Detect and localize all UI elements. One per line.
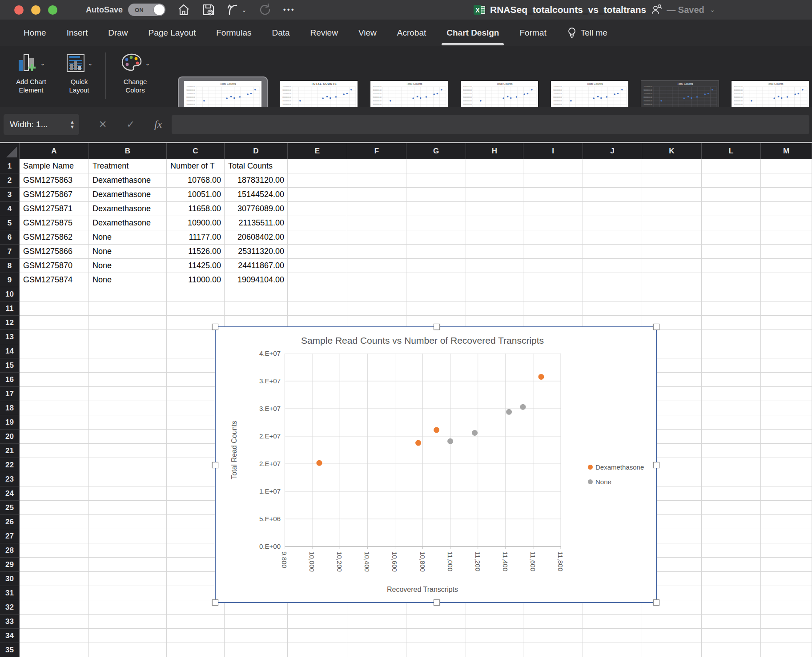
tab-review[interactable]: Review	[300, 20, 348, 46]
row-header-2[interactable]: 2	[0, 173, 20, 188]
cell-F1[interactable]	[347, 159, 406, 173]
row-header-14[interactable]: 14	[0, 344, 20, 358]
cell-E9[interactable]	[288, 273, 347, 287]
save-icon[interactable]	[202, 3, 215, 16]
cell-H4[interactable]	[466, 202, 523, 216]
stepper-up-icon[interactable]: ▲	[70, 120, 75, 125]
chart-resize-handle[interactable]	[653, 599, 659, 606]
cell-C3[interactable]: 10051.00	[167, 188, 225, 202]
cell-E3[interactable]	[288, 188, 347, 202]
cell-A31[interactable]	[20, 586, 89, 600]
cell-L32[interactable]	[702, 600, 761, 615]
chart-resize-handle[interactable]	[212, 324, 218, 330]
cell-H33[interactable]	[466, 615, 523, 629]
cell-A21[interactable]	[20, 444, 89, 458]
cell-A8[interactable]: GSM1275870	[20, 259, 89, 273]
cell-M26[interactable]	[761, 515, 812, 529]
cell-A5[interactable]: GSM1275875	[20, 216, 89, 230]
row-header-35[interactable]: 35	[0, 643, 20, 657]
cell-B24[interactable]	[89, 486, 167, 501]
cell-M2[interactable]	[761, 173, 812, 188]
chart-resize-handle[interactable]	[653, 324, 659, 330]
cell-L15[interactable]	[702, 358, 761, 373]
column-header-G[interactable]: G	[406, 143, 466, 159]
cell-J3[interactable]	[583, 188, 642, 202]
cell-J35[interactable]	[583, 643, 642, 657]
cell-G2[interactable]	[406, 173, 466, 188]
row-header-21[interactable]: 21	[0, 444, 20, 458]
minimize-window-button[interactable]	[31, 5, 40, 15]
row-header-3[interactable]: 3	[0, 188, 20, 202]
cell-M4[interactable]	[761, 202, 812, 216]
row-header-4[interactable]: 4	[0, 202, 20, 216]
cell-J33[interactable]	[583, 615, 642, 629]
cell-C4[interactable]: 11658.00	[167, 202, 225, 216]
home-icon[interactable]	[177, 3, 190, 16]
cell-A14[interactable]	[20, 344, 89, 358]
cell-I4[interactable]	[523, 202, 583, 216]
cell-M33[interactable]	[761, 615, 812, 629]
cell-G9[interactable]	[406, 273, 466, 287]
cell-G10[interactable]	[406, 287, 466, 301]
cell-H9[interactable]	[466, 273, 523, 287]
tab-draw[interactable]: Draw	[98, 20, 138, 46]
cell-M16[interactable]	[761, 373, 812, 387]
column-header-F[interactable]: F	[347, 143, 406, 159]
cell-B23[interactable]	[89, 472, 167, 486]
cell-J1[interactable]	[583, 159, 642, 173]
cell-M19[interactable]	[761, 415, 812, 430]
cell-A20[interactable]	[20, 430, 89, 444]
tab-data[interactable]: Data	[261, 20, 300, 46]
cell-B13[interactable]	[89, 330, 167, 344]
cell-I10[interactable]	[523, 287, 583, 301]
legend-item-dexamethasone[interactable]: Dexamethasone	[588, 463, 644, 471]
cell-I6[interactable]	[523, 230, 583, 245]
cell-M27[interactable]	[761, 529, 812, 543]
row-header-30[interactable]: 30	[0, 572, 20, 586]
cell-F4[interactable]	[347, 202, 406, 216]
cell-M24[interactable]	[761, 486, 812, 501]
chart-resize-handle[interactable]	[212, 462, 218, 468]
tab-page-layout[interactable]: Page Layout	[138, 20, 206, 46]
cell-D8[interactable]: 24411867.00	[225, 259, 288, 273]
cell-M9[interactable]	[761, 273, 812, 287]
cell-K3[interactable]	[642, 188, 702, 202]
cell-F3[interactable]	[347, 188, 406, 202]
cell-L35[interactable]	[702, 643, 761, 657]
cell-M3[interactable]	[761, 188, 812, 202]
cell-B18[interactable]	[89, 401, 167, 415]
cell-H3[interactable]	[466, 188, 523, 202]
cell-B1[interactable]: Treatment	[89, 159, 167, 173]
cell-G1[interactable]	[406, 159, 466, 173]
cell-I9[interactable]	[523, 273, 583, 287]
row-header-8[interactable]: 8	[0, 259, 20, 273]
row-header-19[interactable]: 19	[0, 415, 20, 430]
cell-L31[interactable]	[702, 586, 761, 600]
cell-G5[interactable]	[406, 216, 466, 230]
quick-layout-button[interactable]: ⌄ QuickLayout	[56, 51, 102, 94]
cell-B3[interactable]: Dexamethasone	[89, 188, 167, 202]
cell-J7[interactable]	[583, 245, 642, 259]
cell-A12[interactable]	[20, 316, 89, 330]
cell-B8[interactable]: None	[89, 259, 167, 273]
insert-function-icon[interactable]: fx	[154, 118, 162, 130]
cell-A16[interactable]	[20, 373, 89, 387]
select-all-corner[interactable]	[0, 143, 20, 159]
cell-E8[interactable]	[288, 259, 347, 273]
cell-D2[interactable]: 18783120.00	[225, 173, 288, 188]
cell-I3[interactable]	[523, 188, 583, 202]
cell-B12[interactable]	[89, 316, 167, 330]
cell-M34[interactable]	[761, 629, 812, 643]
fullscreen-window-button[interactable]	[48, 5, 57, 15]
cell-K6[interactable]	[642, 230, 702, 245]
stepper-down-icon[interactable]: ▼	[70, 125, 75, 129]
cell-B10[interactable]	[89, 287, 167, 301]
cell-B31[interactable]	[89, 586, 167, 600]
cell-E7[interactable]	[288, 245, 347, 259]
cell-M8[interactable]	[761, 259, 812, 273]
cell-J11[interactable]	[583, 301, 642, 316]
cell-B14[interactable]	[89, 344, 167, 358]
column-header-B[interactable]: B	[89, 143, 167, 159]
chart-legend[interactable]: DexamethasoneNone	[588, 463, 644, 486]
cell-I8[interactable]	[523, 259, 583, 273]
